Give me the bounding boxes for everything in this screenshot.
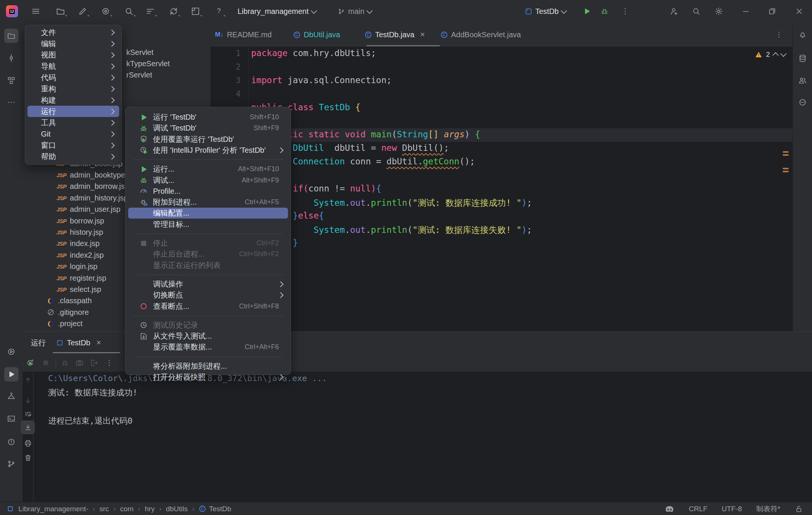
submenu-item[interactable]: 查看断点...Ctrl+Shift+F8	[128, 301, 288, 312]
frame-icon[interactable]	[189, 5, 202, 18]
menu-item-窗口[interactable]: 窗口	[27, 140, 119, 151]
submenu-item[interactable]: 调试...Alt+Shift+F9	[128, 175, 288, 186]
tree-item-admin_user-jsp[interactable]: JSPadmin_user.jsp	[56, 204, 120, 215]
menu-item-git[interactable]: Git	[27, 128, 119, 140]
submenu-item[interactable]: 调试 'TestDb'Shift+F9	[128, 123, 288, 134]
menu-item-工具[interactable]: 工具	[27, 117, 119, 128]
chevron-down-icon[interactable]	[780, 51, 787, 57]
terminal-icon[interactable]	[4, 412, 18, 426]
editor-tab-DbUtil-java[interactable]: CDbUtil.java	[293, 23, 340, 47]
tree-item-borrow-jsp[interactable]: JSPborrow.jsp	[56, 215, 104, 226]
scrollbar-warning-mark[interactable]	[783, 171, 789, 172]
menu-item-编辑[interactable]: 编辑	[27, 38, 119, 49]
indent-widget[interactable]: 制表符*	[756, 504, 780, 514]
tree-item-partial[interactable]: kServlet	[126, 47, 153, 58]
scrollend-icon[interactable]	[21, 421, 34, 434]
database-icon[interactable]	[795, 51, 810, 65]
tree-item-index-jsp[interactable]: JSPindex.jsp	[56, 238, 100, 249]
debug-icon[interactable]	[598, 5, 611, 18]
code-line[interactable]: System.out.println("测试: 数据库连接失败! ");	[251, 224, 532, 236]
trash-icon[interactable]	[21, 451, 34, 464]
submenu-item[interactable]: Profile...	[128, 186, 288, 197]
tree-item-history-jsp[interactable]: JSPhistory.jsp	[56, 226, 103, 238]
pencil-icon[interactable]	[76, 5, 89, 18]
minimize-icon[interactable]	[739, 5, 753, 18]
breadcrumb-item[interactable]: hry	[145, 505, 155, 513]
submenu-item[interactable]: 运行 'TestDb'Shift+F10	[128, 112, 288, 123]
print-icon[interactable]	[21, 437, 34, 450]
debug-icon[interactable]	[58, 356, 71, 369]
line-ending-widget[interactable]: CRLF	[689, 505, 707, 513]
breadcrumb-item[interactable]: src	[100, 505, 109, 513]
build-icon[interactable]	[4, 390, 18, 404]
submenu-item[interactable]: 编辑配置...	[128, 208, 288, 219]
submenu-item[interactable]: 从文件导入测试...	[128, 331, 288, 342]
tree-item-admin_booktype[interactable]: JSPadmin_booktype	[56, 169, 125, 181]
menu-item-导航[interactable]: 导航	[27, 61, 119, 72]
tree-item-partial[interactable]: kTypeServlet	[126, 58, 170, 69]
stop-tool-icon[interactable]	[39, 356, 52, 369]
git-icon[interactable]	[4, 457, 18, 471]
menu-item-构建[interactable]: 构建	[27, 94, 119, 106]
menu-item-视图[interactable]: 视图	[27, 49, 119, 61]
encoding-widget[interactable]: UTF-8	[722, 505, 742, 513]
inspections-widget[interactable]: 2	[755, 48, 786, 61]
close-icon[interactable]: ×	[420, 30, 425, 39]
arrow-up-icon[interactable]	[21, 374, 34, 386]
rerun-icon[interactable]	[23, 356, 37, 369]
scrollbar-warning-mark[interactable]	[783, 154, 789, 156]
list-icon[interactable]	[144, 5, 157, 18]
submenu-item[interactable]: 使用覆盖率运行 'TestDb'	[128, 134, 288, 145]
tree-item-classpath[interactable]: .classpath	[47, 295, 92, 307]
menu-item-文件[interactable]: 文件	[27, 27, 119, 38]
unlock-icon[interactable]	[795, 505, 803, 513]
add-user-icon[interactable]	[667, 5, 681, 18]
problems-icon[interactable]	[4, 435, 18, 449]
sync-icon[interactable]	[167, 5, 180, 18]
project-icon[interactable]	[4, 29, 18, 43]
run-icon[interactable]	[580, 5, 594, 18]
breadcrumb-item-class[interactable]: CTestDb	[199, 505, 231, 513]
tree-item-admin_history-jsp[interactable]: JSPadmin_history.jsp	[56, 192, 128, 204]
search-icon[interactable]	[689, 5, 703, 18]
breadcrumb-item[interactable]: dbUtils	[166, 505, 188, 513]
menu-item-运行[interactable]: 运行	[27, 106, 119, 117]
more-icon[interactable]	[4, 95, 18, 109]
submenu-item[interactable]: 切换断点	[128, 290, 288, 301]
editor-tab-AddBookServlet-java[interactable]: CAddBookServlet.java	[441, 23, 521, 47]
tree-item-register-jsp[interactable]: JSPregister.jsp	[56, 272, 106, 284]
console-line[interactable]: 进程已结束,退出代码0	[48, 415, 133, 427]
editor-tab-README-md[interactable]: M↓README.md	[215, 23, 272, 47]
menu-item-代码[interactable]: 代码	[27, 72, 119, 83]
structure-icon[interactable]	[4, 73, 18, 88]
project-widget[interactable]: Library_management	[238, 7, 316, 16]
users-icon[interactable]	[795, 73, 810, 88]
code-line[interactable]: System.out.println("测试: 数据库连接成功! ");	[251, 197, 532, 209]
target-icon[interactable]	[99, 5, 112, 18]
services-icon[interactable]	[4, 345, 18, 359]
commit-icon[interactable]	[4, 51, 18, 65]
submenu-item[interactable]: 使用 'IntelliJ Profiler' 分析 'TestDb'	[128, 145, 288, 156]
tree-item-login-jsp[interactable]: JSPlogin.jsp	[56, 261, 97, 272]
run-configuration-widget[interactable]: TestDb	[525, 7, 566, 16]
tree-item-gitignore[interactable]: .gitignore	[47, 307, 89, 318]
close-icon[interactable]	[792, 5, 806, 18]
breadcrumb-item[interactable]: Library_management-	[18, 505, 88, 513]
tree-item-select-jsp[interactable]: JSPselect.jsp	[56, 284, 101, 295]
restore-icon[interactable]	[765, 5, 779, 18]
menu-item-重构[interactable]: 重构	[27, 83, 119, 94]
tree-item-admin_borrow-js[interactable]: JSPadmin_borrow.js	[56, 181, 124, 192]
help-icon[interactable]: ?	[212, 5, 226, 18]
code-line[interactable]: package com.hry.dbUtils;	[251, 48, 376, 58]
close-icon[interactable]: ×	[96, 338, 101, 348]
camera-icon[interactable]	[73, 356, 86, 369]
editor-tab-TestDb-java[interactable]: CTestDb.java×	[365, 23, 425, 47]
submenu-item[interactable]: 运行...Alt+Shift+F10	[128, 164, 288, 175]
submenu-item[interactable]: 打开分析器快照	[128, 372, 288, 383]
hamburger-menu-icon[interactable]	[29, 5, 42, 18]
breadcrumb-item[interactable]: com	[120, 505, 134, 513]
submenu-item[interactable]: 附加到进程...Ctrl+Alt+F5	[128, 197, 288, 208]
softwrap-icon[interactable]	[21, 407, 34, 420]
tree-item-index2-jsp[interactable]: JSPindex2.jsp	[56, 249, 104, 261]
code-line[interactable]: import java.sql.Connection;	[251, 75, 392, 85]
